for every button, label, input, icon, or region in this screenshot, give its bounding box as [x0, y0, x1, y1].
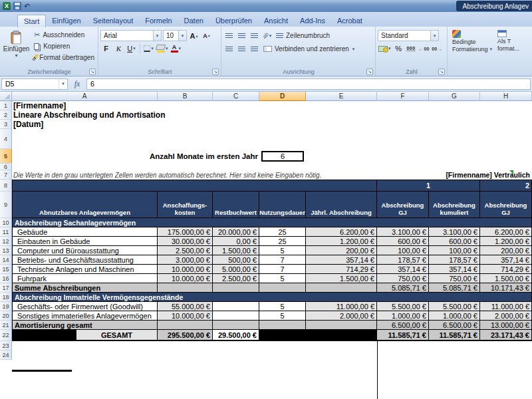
cell-life[interactable]: 7	[259, 255, 306, 265]
select-all-corner[interactable]	[0, 92, 12, 101]
cell-cost[interactable]: 10.000,00 €	[158, 311, 213, 321]
cell-gj[interactable]: 5.500,00 €	[377, 302, 429, 311]
cell-sum2-gj[interactable]: 6.500,00 €	[377, 321, 429, 330]
cell-gj2[interactable]: 1.500,00 €	[480, 274, 532, 283]
align-middle-button[interactable]	[236, 31, 247, 41]
cell-empty[interactable]	[306, 283, 377, 293]
cell-gj2[interactable]: 6.200,00 €	[480, 227, 532, 237]
cell-cost[interactable]: 10.000,00 €	[158, 274, 213, 283]
cell-annual[interactable]: 2.000,00 €	[306, 311, 377, 321]
font-dialog-launcher[interactable]: ↘	[212, 68, 219, 75]
tab-einfuegen[interactable]: Einfügen	[46, 14, 86, 27]
grow-font-button[interactable]: A▴	[188, 31, 200, 41]
row-header-5[interactable]: 5	[0, 149, 12, 164]
column-header-c[interactable]: C	[213, 92, 259, 101]
cell-black-fill-mid[interactable]	[259, 330, 377, 341]
cell-residual[interactable]: 20.000,00 €	[213, 227, 259, 237]
font-color-button[interactable]: A▾	[170, 43, 182, 54]
cell-name[interactable]: Betriebs- und Geschäftsausstattung	[12, 255, 158, 265]
tab-daten[interactable]: Daten	[178, 14, 209, 27]
row-header-23[interactable]: 23	[0, 341, 12, 350]
cell-gj2[interactable]: 2.000,00 €	[480, 311, 532, 321]
cell-life[interactable]: 25	[259, 227, 306, 237]
comma-style-button[interactable]: 000	[406, 43, 417, 54]
font-size-select[interactable]: 10 ▾	[163, 30, 187, 41]
cell-name[interactable]: Gebäude	[12, 227, 158, 237]
column-header-b[interactable]: B	[158, 92, 213, 101]
format-as-table-button[interactable]: Als T format...	[495, 28, 532, 67]
tab-formeln[interactable]: Formeln	[139, 14, 178, 27]
cell-cost[interactable]: 3.000,00 €	[158, 255, 213, 265]
cell-cost[interactable]: 30.000,00 €	[158, 237, 213, 246]
column-header-h[interactable]: H	[480, 92, 532, 101]
row-header-9[interactable]: 9	[0, 192, 12, 218]
tab-ueberpruefen[interactable]: Überprüfen	[209, 14, 258, 27]
cell-sum1-kumuliert[interactable]: 5.085,71 €	[429, 283, 480, 293]
column-header-f[interactable]: F	[377, 92, 429, 101]
align-bottom-button[interactable]	[249, 31, 260, 41]
cell-gj2[interactable]: 11.000,00 €	[480, 302, 532, 311]
header-kumuliert[interactable]: Abschreibungkumuliert	[429, 192, 480, 218]
insert-function-button[interactable]: fx	[70, 78, 84, 90]
copy-button[interactable]: Kopieren	[32, 41, 96, 52]
italic-button[interactable]: K	[113, 43, 124, 54]
header-gj[interactable]: AbschreibungGJ	[377, 192, 429, 218]
cell-gj[interactable]: 100,00 €	[377, 246, 429, 255]
cell-sum2-kumuliert[interactable]: 6.500,00 €	[429, 321, 480, 330]
header-asset[interactable]: Abnutzbares Anlagevermögen	[12, 192, 158, 218]
cell-total-label[interactable]: GESAMT	[76, 330, 158, 341]
cell-A2[interactable]: Lineare Abschreibung und Amortisation	[12, 110, 532, 120]
alignment-dialog-launcher[interactable]: ↘	[366, 68, 373, 75]
row-header-6[interactable]: 6	[0, 164, 12, 170]
align-left-button[interactable]	[223, 44, 235, 55]
cell-life[interactable]: 25	[259, 237, 306, 246]
row-header-22[interactable]: 22	[0, 330, 12, 341]
row-header-4[interactable]: 4	[0, 129, 12, 149]
cell-year-2[interactable]: 2	[480, 180, 532, 192]
decrease-decimal-button[interactable]: 00→	[431, 43, 443, 54]
cell-sum2-gj2[interactable]: 13.000,00 €	[480, 321, 532, 330]
cell-name[interactable]: Fuhrpark	[12, 274, 158, 283]
cell-empty[interactable]	[213, 321, 259, 330]
format-painter-button[interactable]: Format übertragen	[32, 52, 96, 63]
row-header-24[interactable]: 24	[0, 350, 12, 360]
cell-gj2[interactable]: 200,00 €	[480, 246, 532, 255]
number-format-select[interactable]: Standard ▾	[378, 30, 439, 41]
align-right-button[interactable]	[249, 44, 260, 55]
row-header-21[interactable]: 21	[0, 321, 12, 330]
paste-button[interactable]: Einfügen ▾	[2, 28, 31, 67]
cell-gj[interactable]: 600,00 €	[377, 237, 429, 246]
cell-life[interactable]: 5	[259, 311, 306, 321]
cell-kumuliert[interactable]: 1.000,00 €	[429, 311, 480, 321]
cell-annual[interactable]: 200,00 €	[306, 246, 377, 255]
cell-annual[interactable]: 11.000,00 €	[306, 302, 377, 311]
formula-input[interactable]: 6	[86, 78, 531, 90]
row-header-10[interactable]: 10	[0, 218, 12, 227]
cell-name[interactable]: Sonstiges immaterielles Anlagevermögen	[12, 311, 158, 321]
cell-cost[interactable]: 2.500,00 €	[158, 246, 213, 255]
cell-gj[interactable]: 357,14 €	[377, 265, 429, 274]
cell-black-fill-left[interactable]	[12, 330, 76, 341]
cell-residual[interactable]: 5.000,00 €	[213, 265, 259, 274]
cell-residual[interactable]: 0,00 €	[213, 237, 259, 246]
cell-life[interactable]: 7	[259, 265, 306, 274]
row-header-1[interactable]: 1	[0, 101, 12, 110]
cell-empty[interactable]	[259, 283, 306, 293]
cell-section1[interactable]: Abschreibung Sachanlagevermögen	[12, 218, 532, 227]
cell-residual[interactable]: 2.500,00 €	[213, 274, 259, 283]
column-header-e[interactable]: E	[306, 92, 377, 101]
cell-empty[interactable]	[158, 283, 213, 293]
undo-icon[interactable]: ↶	[24, 2, 30, 10]
tab-ansicht[interactable]: Ansicht	[258, 14, 294, 27]
cell-A1[interactable]: [Firmenname]	[12, 101, 532, 110]
cell-kumuliert[interactable]: 600,00 €	[429, 237, 480, 246]
borders-button[interactable]: ▾	[143, 43, 154, 54]
cell-empty[interactable]	[259, 321, 306, 330]
row-header-17[interactable]: 17	[0, 283, 12, 293]
row-header-12[interactable]: 12	[0, 237, 12, 246]
cell-sum1-label[interactable]: Summe Abschreibungen	[12, 283, 158, 293]
cell-annual[interactable]: 714,29 €	[306, 265, 377, 274]
cell-residual[interactable]: 1.500,00 €	[213, 246, 259, 255]
cell-annual[interactable]: 1.200,00 €	[306, 237, 377, 246]
cell-empty[interactable]	[213, 283, 259, 293]
